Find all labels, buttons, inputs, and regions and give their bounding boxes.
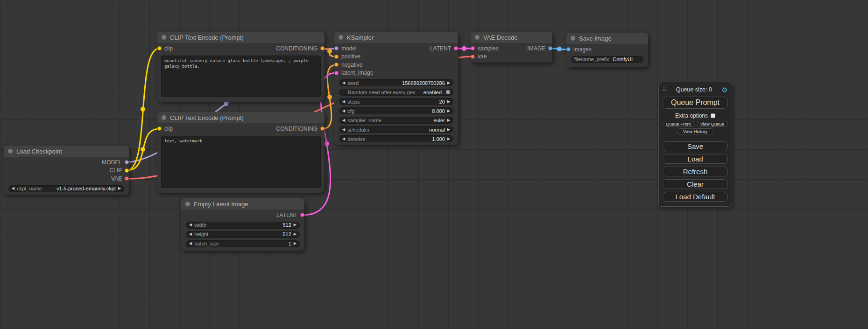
queue-prompt-button[interactable]: Queue Prompt: [663, 97, 728, 109]
input-dot-clip[interactable]: [157, 126, 162, 131]
prompt-textarea[interactable]: text, watermark: [161, 136, 321, 189]
input-slot-samples[interactable]: samples: [471, 45, 499, 52]
output-slot-conditioning[interactable]: CONDITIONING: [276, 126, 325, 132]
input-dot-negative[interactable]: [334, 63, 339, 67]
node-title-bar[interactable]: Empty Latent Image: [181, 198, 304, 210]
increment-arrow-icon[interactable]: ▶: [294, 232, 296, 236]
queue-front-button[interactable]: Queue Front: [663, 121, 694, 127]
increment-arrow-icon[interactable]: ▶: [118, 187, 121, 190]
collapse-dot-icon[interactable]: [8, 149, 13, 154]
collapse-dot-icon[interactable]: [162, 35, 166, 40]
widget-denoise[interactable]: ◀ denoise 1.000 ▶: [339, 135, 453, 142]
graph-canvas[interactable]: { "icons": { "drag_handle": "⠿", "gear":…: [0, 0, 868, 329]
save-button[interactable]: Save: [663, 141, 728, 151]
input-dot-images[interactable]: [566, 47, 571, 51]
increment-arrow-icon[interactable]: ▶: [447, 128, 450, 132]
output-slot-latent[interactable]: LATENT: [276, 212, 304, 218]
widget-height[interactable]: ◀ height 512 ▶: [186, 231, 300, 238]
node-empty-latent-image[interactable]: Empty Latent Image LATENT ◀ width 512 ▶ …: [181, 198, 304, 251]
prompt-textarea[interactable]: beautiful scenery nature glass bottle la…: [161, 56, 321, 98]
node-title-bar[interactable]: Save Image: [566, 33, 648, 44]
increment-arrow-icon[interactable]: ▶: [447, 119, 450, 122]
output-slot-model[interactable]: MODEL: [102, 159, 129, 166]
increment-arrow-icon[interactable]: ▶: [447, 100, 450, 104]
output-slot-vae[interactable]: VAE: [111, 175, 129, 182]
view-queue-button[interactable]: View Queue: [697, 121, 728, 127]
output-dot-vae[interactable]: [125, 176, 129, 181]
widget-random-seed-toggle[interactable]: Random seed after every gen enabled: [339, 89, 453, 96]
input-slot-clip[interactable]: clip: [157, 45, 173, 52]
collapse-dot-icon[interactable]: [571, 36, 575, 41]
collapse-dot-icon[interactable]: [339, 35, 343, 40]
drag-handle-icon[interactable]: ⠿: [663, 87, 666, 93]
decrement-arrow-icon[interactable]: ◀: [342, 81, 345, 85]
increment-arrow-icon[interactable]: ▶: [447, 81, 450, 85]
input-dot-model[interactable]: [334, 46, 339, 50]
widget-width[interactable]: ◀ width 512 ▶: [186, 222, 300, 229]
input-slot-negative[interactable]: negative: [334, 62, 362, 68]
output-dot-conditioning[interactable]: [320, 46, 325, 50]
output-dot-conditioning[interactable]: [320, 126, 325, 131]
input-slot-latent-image[interactable]: latent_image: [334, 70, 374, 76]
decrement-arrow-icon[interactable]: ◀: [342, 137, 345, 141]
input-dot-positive[interactable]: [334, 55, 339, 59]
output-slot-clip[interactable]: CLIP: [109, 167, 129, 174]
collapse-dot-icon[interactable]: [185, 202, 190, 206]
input-slot-images[interactable]: images: [566, 46, 592, 53]
widget-batch-size[interactable]: ◀ batch_size 1 ▶: [186, 240, 300, 247]
input-dot-samples[interactable]: [471, 46, 475, 50]
decrement-arrow-icon[interactable]: ◀: [12, 187, 14, 190]
input-dot-clip[interactable]: [157, 46, 162, 50]
node-title-bar[interactable]: CLIP Text Encode (Prompt): [157, 32, 325, 43]
node-title-bar[interactable]: VAE Decode: [471, 32, 552, 43]
toggle-dot-icon[interactable]: [446, 90, 450, 94]
clear-button[interactable]: Clear: [663, 179, 728, 189]
output-slot-latent[interactable]: LATENT: [430, 45, 458, 52]
input-dot-vae[interactable]: [471, 55, 475, 59]
output-slot-image[interactable]: IMAGE: [527, 45, 552, 52]
output-dot-clip[interactable]: [125, 168, 129, 173]
increment-arrow-icon[interactable]: ▶: [447, 109, 450, 113]
output-dot-latent[interactable]: [300, 213, 304, 217]
output-dot-model[interactable]: [125, 160, 129, 164]
node-clip-text-encode-positive[interactable]: CLIP Text Encode (Prompt) clip CONDITION…: [157, 32, 325, 102]
node-ksampler[interactable]: KSampler model LATENT positive negative: [334, 32, 458, 145]
extra-options-checkbox[interactable]: [711, 113, 715, 118]
increment-arrow-icon[interactable]: ▶: [447, 137, 450, 141]
widget-seed[interactable]: ◀ seed 156680208700286 ▶: [339, 79, 453, 86]
widget-filename-prefix[interactable]: filename_prefix ComfyUI: [571, 56, 643, 63]
collapse-dot-icon[interactable]: [475, 35, 480, 40]
collapse-dot-icon[interactable]: [162, 115, 166, 120]
settings-gear-icon[interactable]: ⚙: [722, 86, 728, 93]
input-dot-latent-image[interactable]: [334, 71, 339, 75]
decrement-arrow-icon[interactable]: ◀: [189, 242, 192, 245]
view-history-button[interactable]: View History: [677, 128, 714, 134]
input-slot-model[interactable]: model: [334, 45, 357, 52]
input-slot-clip[interactable]: clip: [157, 126, 173, 132]
widget-cfg[interactable]: ◀ cfg 8.000 ▶: [339, 107, 453, 114]
decrement-arrow-icon[interactable]: ◀: [189, 232, 192, 236]
load-default-button[interactable]: Load Default: [663, 192, 728, 202]
node-vae-decode[interactable]: VAE Decode samples IMAGE vae: [471, 32, 552, 63]
output-slot-conditioning[interactable]: CONDITIONING: [276, 45, 325, 52]
node-clip-text-encode-negative[interactable]: CLIP Text Encode (Prompt) clip CONDITION…: [157, 112, 325, 193]
node-title-bar[interactable]: KSampler: [334, 32, 458, 43]
refresh-button[interactable]: Refresh: [663, 167, 728, 176]
node-title-bar[interactable]: Load Checkpoint: [4, 146, 129, 157]
decrement-arrow-icon[interactable]: ◀: [342, 100, 345, 104]
load-button[interactable]: Load: [663, 154, 728, 164]
input-slot-vae[interactable]: vae: [471, 53, 487, 60]
node-title-bar[interactable]: CLIP Text Encode (Prompt): [157, 112, 325, 123]
node-save-image[interactable]: Save Image images filename_prefix ComfyU…: [566, 33, 648, 67]
decrement-arrow-icon[interactable]: ◀: [342, 119, 345, 122]
widget-steps[interactable]: ◀ steps 20 ▶: [339, 98, 453, 105]
decrement-arrow-icon[interactable]: ◀: [342, 128, 345, 132]
decrement-arrow-icon[interactable]: ◀: [189, 223, 192, 227]
increment-arrow-icon[interactable]: ▶: [294, 242, 296, 245]
widget-ckpt-name[interactable]: ◀ ckpt_name v1-5-pruned-emaonly.ckpt ▶: [8, 185, 124, 192]
widget-sampler-name[interactable]: ◀ sampler_name euler ▶: [339, 117, 453, 124]
output-dot-latent[interactable]: [454, 46, 458, 50]
output-dot-image[interactable]: [548, 46, 552, 50]
input-slot-positive[interactable]: positive: [334, 53, 360, 60]
increment-arrow-icon[interactable]: ▶: [294, 223, 296, 227]
